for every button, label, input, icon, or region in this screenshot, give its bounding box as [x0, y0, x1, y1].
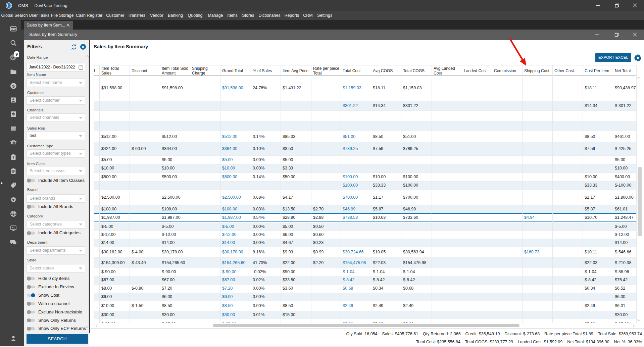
svg-text:$: $: [12, 84, 15, 89]
svg-text:?: ?: [12, 156, 14, 159]
